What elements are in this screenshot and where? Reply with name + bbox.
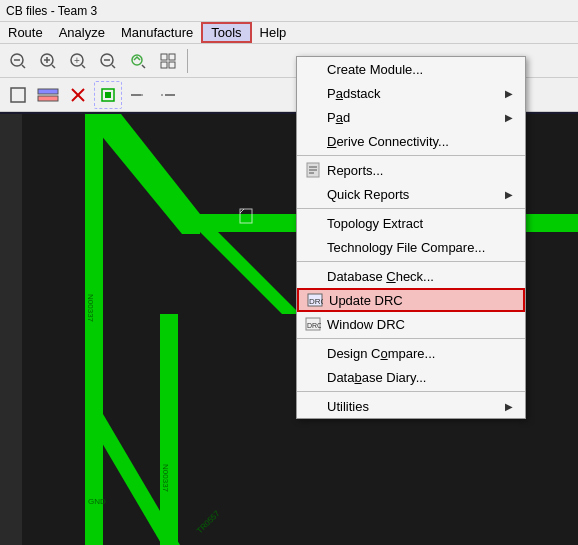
- pad-label: Pad: [327, 110, 350, 125]
- update-drc-icon: DRC: [305, 290, 325, 310]
- svg-rect-20: [38, 89, 58, 94]
- component-btn[interactable]: [94, 81, 122, 109]
- route-left-btn[interactable]: [124, 81, 152, 109]
- zoom-area-btn[interactable]: [124, 47, 152, 75]
- menu-padstack[interactable]: Padstack ▶: [297, 81, 525, 105]
- tools-dropdown: Create Module... Padstack ▶ Pad ▶ Derive…: [296, 56, 526, 419]
- quick-reports-label: Quick Reports: [327, 187, 409, 202]
- menu-utilities[interactable]: Utilities ▶: [297, 394, 525, 418]
- select-btn[interactable]: [4, 81, 32, 109]
- svg-text:+: +: [74, 55, 80, 66]
- utilities-label: Utilities: [327, 399, 369, 414]
- database-check-label: Database Check...: [327, 269, 434, 284]
- menu-derive-connectivity[interactable]: Derive Connectivity...: [297, 129, 525, 153]
- toolbar-sep1: [187, 49, 188, 73]
- zoom-out-btn[interactable]: [4, 47, 32, 75]
- menu-database-diary[interactable]: Database Diary...: [297, 365, 525, 389]
- svg-rect-18: [169, 62, 175, 68]
- svg-rect-15: [161, 54, 167, 60]
- create-module-label: Create Module...: [327, 62, 423, 77]
- menu-manufacture[interactable]: Manufacture: [113, 22, 201, 43]
- topology-extract-label: Topology Extract: [327, 216, 423, 231]
- window-drc-label: Window DRC: [327, 317, 405, 332]
- menu-window-drc[interactable]: DRC Window DRC: [297, 312, 525, 336]
- reports-label: Reports...: [327, 163, 383, 178]
- menu-bar: Route Analyze Manufacture Tools Help: [0, 22, 578, 44]
- menu-tools[interactable]: Tools: [201, 22, 251, 43]
- menu-pad[interactable]: Pad ▶: [297, 105, 525, 129]
- svg-text:N00337: N00337: [86, 294, 95, 323]
- menu-route[interactable]: Route: [0, 22, 51, 43]
- svg-rect-32: [85, 114, 103, 545]
- route-right-btn[interactable]: [154, 81, 182, 109]
- sep1: [297, 155, 525, 156]
- utilities-arrow: ▶: [505, 401, 513, 412]
- svg-rect-31: [0, 114, 22, 545]
- title-text: CB files - Team 3: [6, 4, 97, 18]
- menu-help[interactable]: Help: [252, 22, 295, 43]
- svg-line-14: [142, 65, 145, 68]
- sep3: [297, 261, 525, 262]
- delete-btn[interactable]: [64, 81, 92, 109]
- svg-line-9: [82, 65, 85, 68]
- padstack-arrow: ▶: [505, 88, 513, 99]
- zoom-fit-btn[interactable]: +: [64, 47, 92, 75]
- svg-rect-17: [161, 62, 167, 68]
- derive-connectivity-label: Derive Connectivity...: [327, 134, 449, 149]
- layer-btn[interactable]: [34, 81, 62, 109]
- svg-rect-25: [105, 92, 111, 98]
- database-diary-label: Database Diary...: [327, 370, 426, 385]
- svg-line-2: [22, 65, 25, 68]
- svg-text:N00337: N00337: [161, 464, 170, 493]
- menu-tech-file-compare[interactable]: Technology File Compare...: [297, 235, 525, 259]
- design-compare-label: Design Compare...: [327, 346, 435, 361]
- pad-arrow: ▶: [505, 112, 513, 123]
- padstack-label: Padstack: [327, 86, 380, 101]
- menu-database-check[interactable]: Database Check...: [297, 264, 525, 288]
- zoom-prev-btn[interactable]: [94, 47, 122, 75]
- svg-text:DRC: DRC: [309, 297, 323, 306]
- sep4: [297, 338, 525, 339]
- menu-design-compare[interactable]: Design Compare...: [297, 341, 525, 365]
- menu-analyze[interactable]: Analyze: [51, 22, 113, 43]
- svg-rect-35: [160, 314, 178, 545]
- update-drc-label: Update DRC: [329, 293, 403, 308]
- svg-text:GND: GND: [88, 497, 106, 506]
- svg-text:DRC: DRC: [307, 322, 321, 329]
- window-drc-icon: DRC: [303, 314, 323, 334]
- menu-quick-reports[interactable]: Quick Reports ▶: [297, 182, 525, 206]
- menu-update-drc[interactable]: DRC Update DRC: [297, 288, 525, 312]
- reports-icon: [303, 160, 323, 180]
- menu-topology-extract[interactable]: Topology Extract: [297, 211, 525, 235]
- svg-rect-19: [11, 88, 25, 102]
- menu-reports[interactable]: Reports...: [297, 158, 525, 182]
- zoom-in-btn[interactable]: [34, 47, 62, 75]
- grid-btn[interactable]: [154, 47, 182, 75]
- sep2: [297, 208, 525, 209]
- svg-rect-21: [38, 96, 58, 101]
- tech-file-compare-label: Technology File Compare...: [327, 240, 485, 255]
- svg-rect-16: [169, 54, 175, 60]
- title-bar: CB files - Team 3: [0, 0, 578, 22]
- svg-line-12: [112, 65, 115, 68]
- menu-create-module[interactable]: Create Module...: [297, 57, 525, 81]
- svg-line-6: [52, 65, 55, 68]
- quick-reports-arrow: ▶: [505, 189, 513, 200]
- sep5: [297, 391, 525, 392]
